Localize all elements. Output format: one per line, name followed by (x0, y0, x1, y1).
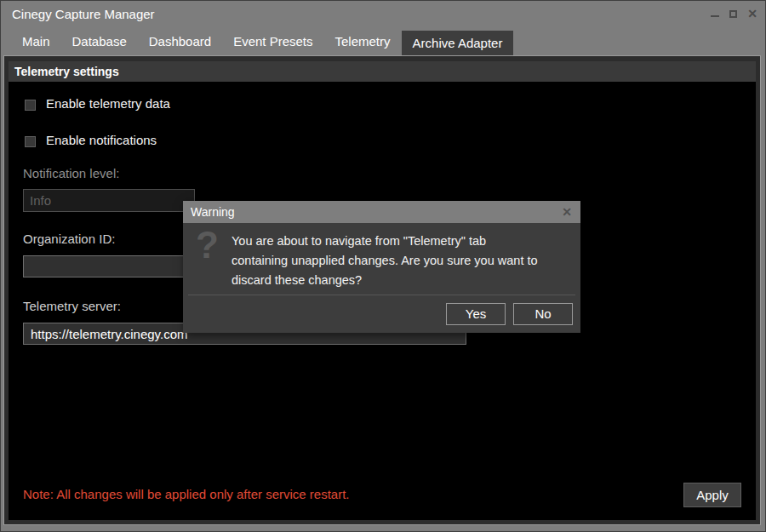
warning-dialog-title-bar[interactable]: Warning ✕ (183, 201, 580, 223)
enable-notifications-checkbox[interactable] (25, 136, 36, 147)
dialog-close-icon[interactable]: ✕ (562, 201, 572, 223)
tab-main[interactable]: Main (11, 27, 61, 55)
dialog-message-line: discard these changes? (232, 271, 538, 290)
dialog-message: You are about to navigate from "Telemetr… (232, 232, 538, 290)
organization-id-label: Organization ID: (23, 232, 115, 246)
tab-bar: Main Database Dashboard Event Presets Te… (3, 27, 763, 55)
question-mark-icon: ? (196, 225, 219, 266)
notification-level-select: Info (23, 189, 195, 212)
dialog-message-line: containing unapplied changes. Are you su… (232, 251, 538, 271)
dialog-separator (188, 295, 575, 295)
warning-dialog-title: Warning (191, 205, 235, 219)
window-controls: ✕ (711, 0, 757, 27)
tab-event-presets[interactable]: Event Presets (222, 27, 323, 55)
close-icon[interactable]: ✕ (747, 8, 757, 20)
warning-dialog: Warning ✕ ? You are about to navigate fr… (183, 201, 580, 333)
panel-title: Telemetry settings (9, 61, 756, 82)
title-bar[interactable]: Cinegy Capture Manager ✕ (0, 0, 766, 27)
tab-archive-adapter[interactable]: Archive Adapter (402, 31, 514, 55)
window-title: Cinegy Capture Manager (12, 7, 155, 21)
restart-note: Note: All changes will be applied only a… (23, 487, 350, 501)
dialog-message-line: You are about to navigate from "Telemetr… (232, 232, 538, 251)
tab-database[interactable]: Database (61, 27, 138, 55)
tab-telemetry[interactable]: Telemetry (324, 27, 402, 55)
tab-dashboard[interactable]: Dashboard (138, 27, 222, 55)
telemetry-server-label: Telemetry server: (23, 299, 121, 313)
enable-telemetry-label: Enable telemetry data (46, 96, 170, 111)
apply-button[interactable]: Apply (683, 483, 741, 507)
notification-level-label: Notification level: (23, 166, 119, 180)
warning-dialog-body: ? You are about to navigate from "Teleme… (183, 223, 580, 333)
enable-telemetry-checkbox[interactable] (25, 100, 36, 111)
yes-button[interactable]: Yes (446, 303, 506, 325)
maximize-icon[interactable] (729, 10, 737, 18)
no-button[interactable]: No (513, 303, 573, 325)
enable-notifications-label: Enable notifications (46, 133, 157, 147)
minimize-icon[interactable] (711, 15, 719, 17)
window: { "window": { "title": "Cinegy Capture M… (0, 0, 766, 532)
